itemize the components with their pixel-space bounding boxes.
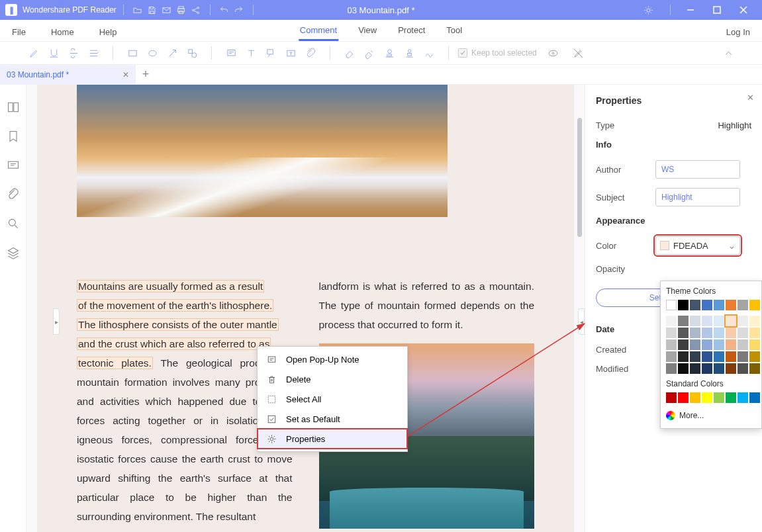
menu-comment[interactable]: Comment (299, 21, 338, 41)
color-swatch[interactable] (678, 392, 689, 403)
color-swatch[interactable] (678, 300, 689, 310)
highlighted-text[interactable]: of the movement of the earth's lithosphe… (77, 299, 273, 312)
underline-tool-icon[interactable] (44, 44, 64, 62)
shapes-tool-icon[interactable] (182, 44, 202, 62)
layers-icon[interactable] (7, 246, 20, 259)
color-swatch[interactable] (714, 351, 724, 362)
close-window-button[interactable] (730, 0, 757, 20)
highlight-tool-icon[interactable] (24, 44, 44, 62)
menu-home[interactable]: Home (50, 23, 75, 41)
eraser2-tool-icon[interactable] (359, 44, 379, 62)
list-tool-icon[interactable] (83, 44, 103, 62)
color-swatch[interactable] (666, 351, 677, 362)
color-swatch[interactable] (738, 300, 748, 310)
color-swatch[interactable] (749, 300, 760, 310)
color-swatch[interactable] (678, 351, 689, 362)
document-tab[interactable]: 03 Mountain.pdf * ✕ (0, 65, 136, 85)
eraser-tool-icon[interactable] (340, 44, 359, 62)
color-swatch[interactable] (702, 392, 712, 403)
arrow-tool-icon[interactable] (162, 44, 182, 62)
minimize-button[interactable] (677, 0, 704, 20)
stamp-tool-icon[interactable] (379, 44, 399, 62)
color-swatch[interactable] (666, 339, 677, 350)
color-swatch[interactable] (714, 339, 724, 350)
rectangle-tool-icon[interactable] (122, 44, 142, 62)
color-swatch[interactable] (690, 300, 700, 310)
color-swatch[interactable] (702, 351, 712, 362)
highlighted-text[interactable]: The lithosphere consists of the outer ma… (77, 318, 279, 331)
oval-tool-icon[interactable] (142, 44, 162, 62)
color-swatch[interactable] (690, 363, 700, 374)
collapse-toolbar-icon[interactable] (718, 44, 738, 62)
properties-close-icon[interactable]: ✕ (747, 93, 754, 103)
color-swatch[interactable] (666, 392, 677, 403)
tab-close-icon[interactable]: ✕ (122, 70, 129, 79)
sign-tool-icon[interactable] (419, 44, 439, 62)
menu-file[interactable]: File (11, 23, 27, 41)
vertical-scrollbar[interactable] (577, 118, 582, 237)
color-swatch[interactable] (666, 363, 677, 374)
bookmarks-icon[interactable] (7, 130, 20, 143)
color-swatch[interactable] (726, 339, 736, 350)
color-swatch[interactable] (738, 316, 748, 326)
color-swatch[interactable] (678, 363, 689, 374)
color-swatch[interactable] (714, 392, 724, 403)
menu-view[interactable]: View (357, 21, 378, 41)
color-swatch[interactable] (749, 339, 760, 350)
author-input[interactable] (655, 160, 740, 179)
theme-sun-icon[interactable] (641, 3, 655, 17)
mail-icon[interactable] (160, 3, 174, 17)
color-swatch[interactable] (749, 328, 760, 338)
color-swatch[interactable] (714, 316, 724, 326)
highlighted-text[interactable]: and the crust which are also referred to… (77, 337, 271, 350)
color-swatch[interactable] (726, 300, 736, 310)
color-swatch[interactable] (666, 316, 677, 326)
color-swatch[interactable] (690, 351, 700, 362)
color-swatch[interactable] (749, 351, 760, 362)
ctx-properties[interactable]: Properties (258, 429, 407, 449)
color-swatch[interactable] (702, 300, 712, 310)
menu-help[interactable]: Help (98, 23, 119, 41)
color-swatch[interactable] (738, 363, 748, 374)
ctx-open-popup-note[interactable]: Open Pop-Up Note (258, 349, 407, 369)
undo-icon[interactable] (217, 3, 232, 17)
color-swatch[interactable] (738, 339, 748, 350)
color-swatch[interactable] (726, 328, 736, 338)
comments-list-icon[interactable] (7, 159, 20, 172)
stamp2-tool-icon[interactable] (399, 44, 419, 62)
color-swatch[interactable] (749, 392, 760, 403)
color-swatch[interactable] (714, 363, 724, 374)
show-comments-icon[interactable] (544, 44, 563, 62)
color-swatch[interactable] (666, 328, 677, 338)
ctx-set-default[interactable]: Set as Default (258, 409, 407, 429)
ctx-select-all[interactable]: Select All (258, 389, 407, 409)
strikethrough-tool-icon[interactable] (64, 44, 83, 62)
color-swatch[interactable] (690, 328, 700, 338)
textbox-tool-icon[interactable] (281, 44, 301, 62)
color-swatch[interactable] (749, 316, 760, 326)
subject-input[interactable] (655, 188, 740, 206)
attach-tool-icon[interactable] (301, 44, 320, 62)
color-swatch[interactable] (726, 351, 736, 362)
ctx-delete[interactable]: Delete (258, 369, 407, 389)
add-tab-button[interactable]: + (136, 65, 156, 85)
maximize-button[interactable] (704, 0, 730, 20)
color-swatch[interactable] (738, 351, 748, 362)
color-swatch[interactable] (678, 316, 689, 326)
text-tool-icon[interactable] (241, 44, 261, 62)
share-icon[interactable] (189, 3, 203, 17)
highlighted-text[interactable]: tectonic plates. (77, 357, 153, 369)
color-swatch[interactable] (726, 316, 736, 326)
color-swatch[interactable] (714, 300, 724, 310)
login-link[interactable]: Log In (725, 23, 751, 41)
expand-left-handle[interactable]: ▸ (53, 308, 60, 335)
color-swatch[interactable] (690, 316, 700, 326)
more-colors-button[interactable]: More... (666, 408, 756, 423)
color-swatch[interactable] (714, 328, 724, 338)
menu-tool[interactable]: Tool (445, 21, 463, 41)
color-swatch[interactable] (726, 363, 736, 374)
color-swatch[interactable] (749, 363, 760, 374)
open-folder-icon[interactable] (130, 3, 145, 17)
keep-tool-checkbox[interactable]: Keep tool selected (458, 48, 537, 58)
note-tool-icon[interactable] (221, 44, 241, 62)
